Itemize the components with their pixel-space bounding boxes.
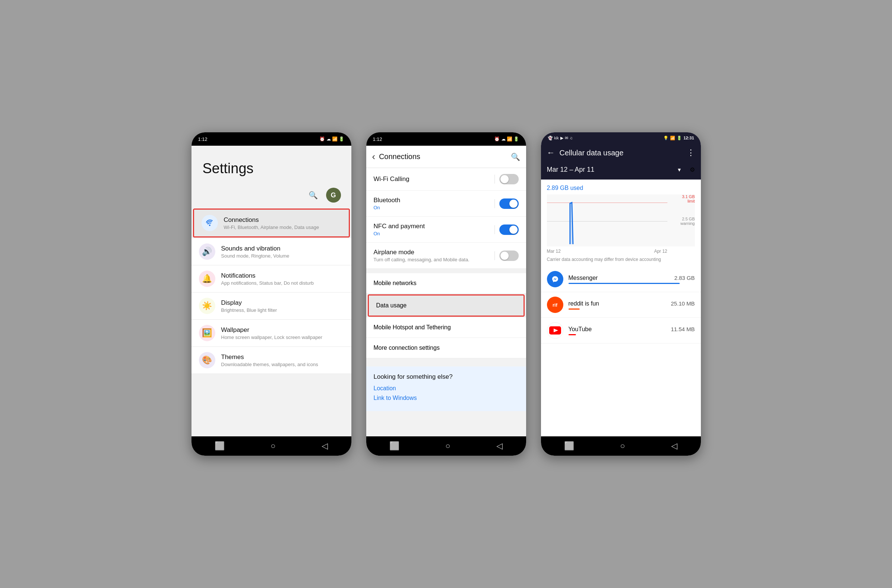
nav-circle[interactable]: ○ <box>271 441 276 451</box>
chart-area: 3.1 GB limit 2.5 GB warning Mar 12 Apr 1… <box>541 194 701 254</box>
conn-item-data-usage[interactable]: Data usage <box>368 294 525 316</box>
gear-icon[interactable]: ⚙ <box>690 166 695 173</box>
wallpaper-text: Wallpaper Home screen wallpaper, Lock sc… <box>221 326 322 340</box>
search-row: 🔍 G <box>191 188 351 208</box>
nav-triangle-3[interactable]: ◁ <box>671 441 677 451</box>
toggle-nfc[interactable] <box>499 225 519 235</box>
svg-point-2 <box>550 274 560 284</box>
status-icons-right-phone2: ⏰ ☁ 📶 🔋 <box>494 136 519 142</box>
cellular-back-button[interactable]: ← <box>547 148 555 158</box>
settings-item-display[interactable]: ☀️ Display Brightness, Blue light filter <box>191 292 351 320</box>
time-phone2: 1:12 <box>373 136 382 142</box>
conn-item-more-settings[interactable]: More connection settings <box>366 338 526 358</box>
section-gap-1 <box>366 269 526 273</box>
connections-text: Connections Wi-Fi, Bluetooth, Airplane m… <box>224 216 319 230</box>
phone-cellular-data: 👻 kik ▶ ✉ ♫ 💡 📶 🔋 12:31 ← Cellular data … <box>541 132 701 456</box>
more-settings-title: More connection settings <box>374 345 440 351</box>
display-title: Display <box>221 299 277 307</box>
notifications-icon: 🔔 <box>199 271 215 287</box>
messenger-name: Messenger <box>569 274 674 281</box>
avatar[interactable]: G <box>326 188 341 202</box>
usage-amount: 2.89 GB used <box>541 180 701 194</box>
music-icon: ♫ <box>570 136 573 140</box>
app-item-reddit[interactable]: rif reddit is fun 25.10 MB <box>541 292 701 318</box>
status-left-icons: 👻 kik ▶ ✉ ♫ <box>548 136 573 141</box>
settings-item-themes[interactable]: 🎨 Themes Downloadable themes, wallpapers… <box>191 347 351 374</box>
sounds-title: Sounds and vibration <box>221 245 290 252</box>
conn-item-mobile-networks[interactable]: Mobile networks <box>366 273 526 294</box>
airplane-desc: Turn off calling, messaging, and Mobile … <box>374 257 490 262</box>
nav-triangle[interactable]: ◁ <box>321 441 328 451</box>
nfc-subtitle: On <box>374 231 490 236</box>
nfc-title: NFC and payment <box>374 223 490 230</box>
app-item-messenger[interactable]: Messenger 2.83 GB <box>541 267 701 292</box>
conn-item-bluetooth[interactable]: Bluetooth On <box>366 190 526 217</box>
app-item-youtube[interactable]: YouTube 11.54 MB <box>541 318 701 344</box>
wifi-calling-text: Wi-Fi Calling <box>374 176 490 183</box>
youtube-icon <box>547 322 563 339</box>
usage-chart <box>547 196 667 246</box>
status-bar-phone2: 1:12 ⏰ ☁ 📶 🔋 <box>366 132 526 146</box>
date-dropdown-icon[interactable]: ▾ <box>678 166 681 173</box>
nav-circle-2[interactable]: ○ <box>446 441 450 451</box>
battery-icon: 🔋 <box>677 136 682 141</box>
wallpaper-icon: 🖼️ <box>199 325 215 341</box>
conn-item-wifi-calling[interactable]: Wi-Fi Calling <box>366 168 526 190</box>
youtube-usage: 11.54 MB <box>671 326 695 333</box>
sounds-text: Sounds and vibration Sound mode, Rington… <box>221 245 290 259</box>
toggle-wifi-calling[interactable] <box>499 174 519 184</box>
settings-item-connections[interactable]: Connections Wi-Fi, Bluetooth, Airplane m… <box>193 208 350 237</box>
bottom-nav-phone3: ⬜ ○ ◁ <box>541 436 701 456</box>
looking-section: Looking for something else? Location Lin… <box>366 366 526 411</box>
nav-square-2[interactable]: ⬜ <box>389 441 399 451</box>
nav-circle-3[interactable]: ○ <box>620 441 625 451</box>
toggle-bluetooth[interactable] <box>499 198 519 209</box>
chart-limits: 3.1 GB limit 2.5 GB warning <box>680 194 695 226</box>
search-button[interactable]: 🔍 <box>307 189 320 202</box>
app-usage-list: Messenger 2.83 GB rif reddit is fun <box>541 267 701 347</box>
nav-square-3[interactable]: ⬜ <box>564 441 574 451</box>
nav-triangle-2[interactable]: ◁ <box>496 441 503 451</box>
conn-item-hotspot[interactable]: Mobile Hotspot and Tethering <box>366 317 526 338</box>
reddit-usage: 25.10 MB <box>671 300 695 307</box>
nfc-text: NFC and payment On <box>374 223 490 236</box>
bottom-nav-phone1: ⬜ ○ ◁ <box>191 436 351 456</box>
themes-text: Themes Downloadable themes, wallpapers, … <box>221 354 318 367</box>
kik-icon: kik <box>554 136 559 140</box>
back-button[interactable]: ‹ <box>372 151 375 162</box>
toggle-knob-airplane <box>500 252 509 260</box>
reddit-icon: rif <box>547 297 563 313</box>
themes-title: Themes <box>221 354 318 361</box>
airplane-title: Airplane mode <box>374 249 490 256</box>
settings-item-sounds[interactable]: 🔊 Sounds and vibration Sound mode, Ringt… <box>191 238 351 266</box>
connections-title: Connections <box>224 216 319 224</box>
mobile-networks-title: Mobile networks <box>374 280 417 286</box>
display-text: Display Brightness, Blue light filter <box>221 299 277 313</box>
status-bar-phone1: 1:12 ⏰ ☁ 📶 🔋 <box>191 132 351 146</box>
brightness-icon: 💡 <box>663 136 668 141</box>
hotspot-title: Mobile Hotspot and Tethering <box>374 324 451 331</box>
location-link[interactable]: Location <box>374 385 519 392</box>
youtube-row: YouTube 11.54 MB <box>569 326 695 333</box>
bluetooth-title: Bluetooth <box>374 196 490 204</box>
conn-item-nfc[interactable]: NFC and payment On <box>366 217 526 243</box>
settings-item-wallpaper[interactable]: 🖼️ Wallpaper Home screen wallpaper, Lock… <box>191 320 351 347</box>
search-icon-connections[interactable]: 🔍 <box>511 152 520 161</box>
messenger-icon <box>547 271 563 287</box>
notifications-title: Notifications <box>221 272 314 279</box>
toggle-knob-nfc <box>509 226 518 234</box>
link-to-windows[interactable]: Link to Windows <box>374 395 519 401</box>
phone-connections: 1:12 ⏰ ☁ 📶 🔋 ‹ Connections 🔍 Wi-Fi Calli… <box>366 132 526 456</box>
warning-label: warning <box>680 221 695 226</box>
connections-icon <box>201 215 218 231</box>
toggle-airplane[interactable] <box>499 250 519 261</box>
conn-item-airplane[interactable]: Airplane mode Turn off calling, messagin… <box>366 243 526 269</box>
cellular-more-button[interactable]: ⋮ <box>687 148 695 158</box>
nav-square[interactable]: ⬜ <box>215 441 225 451</box>
themes-subtitle: Downloadable themes, wallpapers, and ico… <box>221 362 318 367</box>
settings-list: Connections Wi-Fi, Bluetooth, Airplane m… <box>191 208 351 436</box>
bottom-nav-phone2: ⬜ ○ ◁ <box>366 436 526 456</box>
youtube-name: YouTube <box>569 326 671 333</box>
settings-item-notifications[interactable]: 🔔 Notifications App notifications, Statu… <box>191 266 351 292</box>
sounds-icon: 🔊 <box>199 243 215 260</box>
